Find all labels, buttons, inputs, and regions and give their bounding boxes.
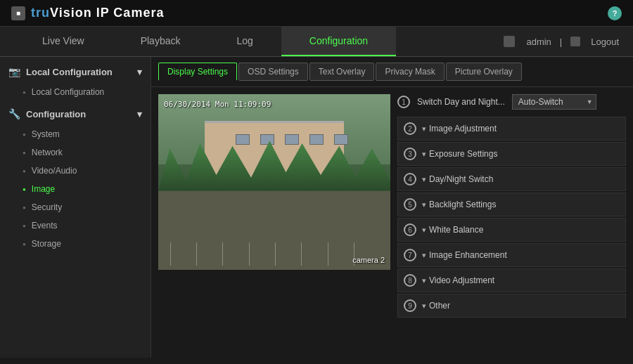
sidebar-section-local-config: 📷 Local Configuration ▾ Local Configurat… <box>0 60 151 101</box>
settings-item-white-balance[interactable]: 6 ▾ White Balance <box>397 218 626 242</box>
tab-configuration[interactable]: Configuration <box>281 27 396 56</box>
settings-item-other[interactable]: 9 ▾ Other <box>397 294 626 318</box>
num-badge-9: 9 <box>404 299 416 312</box>
settings-panel: 1 Switch Day and Night... Auto-Switch Da… <box>397 94 626 318</box>
content-area: Display Settings OSD Settings Text Overl… <box>151 57 633 358</box>
num-badge-2: 2 <box>404 122 416 135</box>
sub-tab-display-settings[interactable]: Display Settings <box>158 63 237 81</box>
nav-right: admin | Logout <box>504 36 619 47</box>
chevron-icon-8: ▾ <box>422 276 426 285</box>
switch-day-night-select[interactable]: Auto-Switch Day Night Schedule <box>512 94 596 110</box>
user-icon <box>504 36 515 47</box>
chevron-icon-9: ▾ <box>422 301 426 311</box>
wrench-icon: 🔧 <box>8 108 20 119</box>
num-badge-4: 4 <box>404 173 416 186</box>
camera-icon: 📷 <box>8 66 20 77</box>
num-badge-3: 3 <box>404 148 416 160</box>
switch-day-night-label: Switch Day and Night... <box>417 97 505 107</box>
parking-line-1 <box>170 242 195 266</box>
sub-tab-bar: Display Settings OSD Settings Text Overl… <box>151 57 633 87</box>
sidebar-item-security[interactable]: Security <box>0 198 151 216</box>
logout-button[interactable]: Logout <box>591 37 619 47</box>
sidebar-item-local-configuration[interactable]: Local Configuration <box>0 83 151 101</box>
help-icon[interactable]: ? <box>608 6 622 20</box>
parking-line-5 <box>275 242 300 266</box>
tab-log[interactable]: Log <box>208 27 281 56</box>
switch-day-night-row: 1 Switch Day and Night... Auto-Switch Da… <box>397 94 626 110</box>
settings-item-label-9: Other <box>429 301 450 311</box>
sidebar-section-header-config[interactable]: 🔧 Configuration ▾ <box>0 103 151 125</box>
num-badge-6: 6 <box>404 223 416 236</box>
settings-item-label-7: Image Enhancement <box>429 250 507 260</box>
num-badge-7: 7 <box>404 249 416 261</box>
camera-scene <box>158 94 390 270</box>
content-body: 06/30/2014 Mon 11:09:09 camera 2 1 Switc… <box>151 87 633 325</box>
main-nav: Live View Playback Log Configuration adm… <box>0 27 633 57</box>
tab-playback[interactable]: Playback <box>113 27 209 56</box>
window-2 <box>260 134 274 145</box>
app-header: ■ truVision IP Camera ? <box>0 0 633 27</box>
switch-day-night-select-wrapper[interactable]: Auto-Switch Day Night Schedule <box>512 94 596 110</box>
sidebar-section-config: 🔧 Configuration ▾ System Network Video/A… <box>0 103 151 253</box>
settings-item-day-night[interactable]: 4 ▾ Day/Night Switch <box>397 167 626 191</box>
settings-list: 2 ▾ Image Adjustment 3 ▾ Exposure Settin… <box>397 117 626 318</box>
sub-tab-picture-overlay[interactable]: Picture Overlay <box>446 63 522 81</box>
tab-live-view[interactable]: Live View <box>14 27 113 56</box>
sub-tab-osd-settings[interactable]: OSD Settings <box>238 63 308 81</box>
sidebar-item-storage[interactable]: Storage <box>0 235 151 253</box>
parking-line-4 <box>249 242 274 266</box>
parking-line-6 <box>301 242 326 266</box>
settings-item-image-enhancement[interactable]: 7 ▾ Image Enhancement <box>397 243 626 267</box>
sidebar-item-network[interactable]: Network <box>0 143 151 162</box>
sidebar-item-events[interactable]: Events <box>0 216 151 235</box>
settings-item-label-8: Video Adjustment <box>429 275 494 285</box>
chevron-icon-7: ▾ <box>422 251 426 260</box>
chevron-icon-6: ▾ <box>422 226 426 235</box>
parking-line-2 <box>196 242 221 266</box>
settings-item-label-2: Image Adjustment <box>429 124 497 134</box>
settings-item-image-adjustment[interactable]: 2 ▾ Image Adjustment <box>397 117 626 141</box>
sidebar-section-header-local[interactable]: 📷 Local Configuration ▾ <box>0 60 151 83</box>
chevron-icon-2: ▾ <box>422 124 426 134</box>
num-badge-5: 5 <box>404 198 416 211</box>
num-badge-8: 8 <box>404 274 416 287</box>
logout-separator: | <box>560 37 562 47</box>
sidebar-section-config-label: Configuration <box>26 109 86 119</box>
camera-timestamp: 06/30/2014 Mon 11:09:09 <box>164 100 271 109</box>
username-label: admin <box>526 37 551 47</box>
parking-line-3 <box>222 242 247 266</box>
chevron-down-icon-2: ▾ <box>137 109 142 119</box>
logout-icon <box>570 37 580 46</box>
sidebar-item-video-audio[interactable]: Video/Audio <box>0 162 151 180</box>
camera-preview: 06/30/2014 Mon 11:09:09 camera 2 <box>158 94 390 270</box>
chevron-icon-3: ▾ <box>422 150 426 159</box>
scene-parking <box>170 242 379 266</box>
sub-tab-privacy-mask[interactable]: Privacy Mask <box>376 63 444 81</box>
sidebar-section-local-label: Local Configuration <box>26 67 113 77</box>
settings-item-exposure[interactable]: 3 ▾ Exposure Settings <box>397 142 626 166</box>
settings-item-video-adjustment[interactable]: 8 ▾ Video Adjustment <box>397 268 626 292</box>
sidebar-item-image[interactable]: Image <box>0 180 151 198</box>
settings-item-label-6: White Balance <box>429 225 483 235</box>
settings-item-label-3: Exposure Settings <box>429 149 497 159</box>
chevron-icon-5: ▾ <box>422 200 426 209</box>
window-4 <box>309 134 324 145</box>
settings-item-label-5: Backlight Settings <box>429 200 496 209</box>
sub-tab-text-overlay[interactable]: Text Overlay <box>309 63 375 81</box>
logo-icon: ■ <box>11 6 25 20</box>
app-title: truVision IP Camera <box>31 6 164 20</box>
window-3 <box>285 134 299 145</box>
sidebar-item-system[interactable]: System <box>0 125 151 143</box>
chevron-down-icon: ▾ <box>137 67 142 77</box>
settings-item-label-4: Day/Night Switch <box>429 174 493 184</box>
settings-item-backlight[interactable]: 5 ▾ Backlight Settings <box>397 193 626 216</box>
main-layout: 📷 Local Configuration ▾ Local Configurat… <box>0 57 633 358</box>
parking-line-7 <box>328 242 352 266</box>
chevron-icon-4: ▾ <box>422 175 426 184</box>
window-5 <box>334 134 348 145</box>
camera-label: camera 2 <box>352 256 385 264</box>
scene-windows <box>236 134 348 145</box>
header-right: ? <box>608 6 622 20</box>
sidebar: 📷 Local Configuration ▾ Local Configurat… <box>0 57 151 358</box>
num-badge-1: 1 <box>397 96 410 108</box>
